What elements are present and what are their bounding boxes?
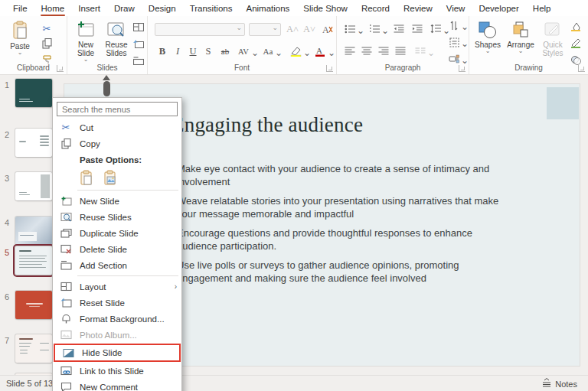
justify-button[interactable] (394, 45, 407, 57)
slide-bullet: Encourage questions and provide thoughtf… (177, 226, 508, 253)
chevron-down-icon: ⌄ (485, 49, 491, 54)
font-size-combobox[interactable] (249, 23, 281, 36)
shapes-icon (478, 21, 498, 41)
context-item-delete-slide[interactable]: Delete Slide (53, 241, 181, 257)
chevron-down-icon: ⌄ (518, 49, 524, 54)
menu-view[interactable]: View (439, 0, 472, 16)
shapes-button[interactable]: Shapes ⌄ (472, 21, 503, 54)
context-item-new-comment[interactable]: New Comment (53, 379, 181, 391)
context-item-copy[interactable]: Copy (53, 135, 181, 152)
scroll-up-indicator[interactable] (103, 75, 111, 98)
context-item-new-slide[interactable]: New Slide (53, 193, 181, 209)
text-shadow-button[interactable]: S (201, 45, 215, 57)
menu-draw[interactable]: Draw (107, 0, 142, 16)
bold-button[interactable]: B (155, 45, 169, 57)
menu-review[interactable]: Review (397, 0, 439, 16)
ribbon-group-slides: New Slide ⌄ Reuse Slides Slides (67, 16, 148, 74)
menu-design[interactable]: Design (142, 0, 183, 16)
context-item-duplicate-slide[interactable]: Duplicate Slide (53, 225, 181, 241)
context-item-reset-slide[interactable]: Reset Slide (53, 295, 181, 311)
photo-album-icon (60, 329, 72, 341)
context-item-hide-slide[interactable]: Hide Slide (55, 345, 179, 360)
decrease-indent-button[interactable] (392, 23, 406, 35)
ribbon: Paste ⌄ ✂ Clipboard New Slide ⌄ Reuse Sl… (0, 16, 588, 75)
format-background-icon (60, 313, 72, 325)
slide-indicator: Slide 5 of 13 (6, 379, 53, 388)
menu-animations[interactable]: Animations (239, 0, 296, 16)
reset-slide-button[interactable] (132, 37, 145, 50)
svg-text:A: A (322, 24, 329, 34)
context-item-cut[interactable]: ✂ Cut (53, 119, 181, 135)
slide-title[interactable]: Engaging the audience (172, 113, 363, 137)
cut-button[interactable]: ✂ (40, 22, 54, 34)
slide-thumbnail-7[interactable] (15, 334, 52, 363)
font-dialog-launcher-icon[interactable] (326, 65, 333, 72)
slide-layout-button[interactable] (132, 21, 145, 33)
new-slide-button[interactable]: New Slide ⌄ (71, 21, 100, 62)
underline-button[interactable]: U (186, 45, 200, 57)
menu-slideshow[interactable]: Slide Show (296, 0, 354, 16)
cut-icon: ✂ (60, 122, 72, 134)
slide-body-text[interactable]: Make eye contact with your audience to c… (177, 162, 508, 291)
shrink-font-button[interactable]: A˅ (302, 23, 316, 35)
menu-transitions[interactable]: Transitions (183, 0, 240, 16)
menu-home[interactable]: Home (34, 0, 72, 16)
context-item-reuse-slides[interactable]: Reuse Slides (53, 209, 181, 225)
slide-thumbnail-6[interactable] (15, 291, 52, 319)
context-item-link-to-slide[interactable]: Link to this Slide (53, 363, 181, 379)
search-input[interactable] (57, 102, 178, 116)
slide-thumbnail-4[interactable] (15, 217, 52, 245)
strikethrough-button[interactable]: ab (218, 45, 232, 57)
drawing-dialog-launcher-icon[interactable] (578, 65, 585, 72)
reset-slide-icon (60, 297, 72, 309)
menu-divider (77, 275, 178, 276)
slide-thumbnail-2[interactable] (15, 129, 52, 157)
align-right-button[interactable] (377, 45, 390, 57)
notes-button[interactable]: Notes (541, 378, 577, 389)
paragraph-dialog-launcher-icon[interactable] (459, 65, 466, 72)
slide-number: 6 (5, 292, 14, 301)
clear-formatting-button[interactable]: A (321, 23, 335, 35)
menu-help[interactable]: Help (526, 0, 558, 16)
ribbon-group-paragraph: ⌄ ⌄ ⌄ ⌄ ⌄ (337, 16, 469, 74)
chevron-down-icon: ⌄ (248, 47, 262, 59)
menu-file[interactable]: File (6, 0, 34, 16)
quick-styles-button[interactable]: Quick Styles (538, 21, 567, 57)
menu-developer[interactable]: Developer (472, 0, 525, 16)
slide-thumbnail-3[interactable] (15, 172, 52, 200)
arrange-button[interactable]: Arrange ⌄ (505, 21, 537, 54)
align-left-button[interactable] (343, 45, 357, 57)
context-item-add-section[interactable]: Add Section (53, 257, 181, 273)
grow-font-button[interactable]: A˄ (286, 23, 299, 35)
menu-bar: File Home Insert Draw Design Transitions… (0, 0, 588, 16)
delete-slide-icon (60, 243, 72, 256)
context-item-layout[interactable]: Layout › (53, 279, 181, 295)
increase-indent-button[interactable] (410, 23, 424, 35)
ribbon-group-clipboard: Paste ⌄ ✂ Clipboard (0, 16, 67, 74)
paste-keep-source-button[interactable] (78, 169, 95, 186)
menu-record[interactable]: Record (354, 0, 397, 16)
align-center-button[interactable] (360, 45, 374, 57)
menu-insert[interactable]: Insert (71, 0, 107, 16)
paste-button[interactable]: Paste ⌄ (6, 21, 34, 55)
shape-outline-button[interactable] (569, 37, 583, 49)
scroll-thumb (103, 81, 110, 96)
chevron-down-icon: ⌄ (83, 57, 89, 62)
slide-bullet: Weave relatable stories into your presen… (177, 194, 508, 220)
hide-slide-annotation-box: Hide Slide (54, 344, 181, 362)
italic-button[interactable]: I (171, 45, 185, 57)
slide-thumbnail-1[interactable] (15, 79, 52, 107)
reuse-slides-icon (60, 211, 72, 223)
slide-thumbnail-5-selected[interactable] (15, 246, 52, 275)
add-section-icon (60, 259, 72, 272)
reuse-slides-button[interactable]: Reuse Slides (101, 21, 132, 57)
clipboard-dialog-launcher-icon[interactable] (57, 65, 64, 72)
slide-bullet: Make eye contact with your audience to c… (177, 162, 508, 188)
copy-button[interactable] (40, 37, 54, 50)
layout-icon (60, 281, 72, 293)
context-item-format-background[interactable]: Format Background... (53, 311, 181, 327)
shape-fill-button[interactable] (569, 20, 583, 32)
paste-picture-button[interactable] (102, 169, 119, 186)
font-name-combobox[interactable] (155, 23, 245, 36)
chevron-down-icon: ⌄ (378, 24, 392, 37)
